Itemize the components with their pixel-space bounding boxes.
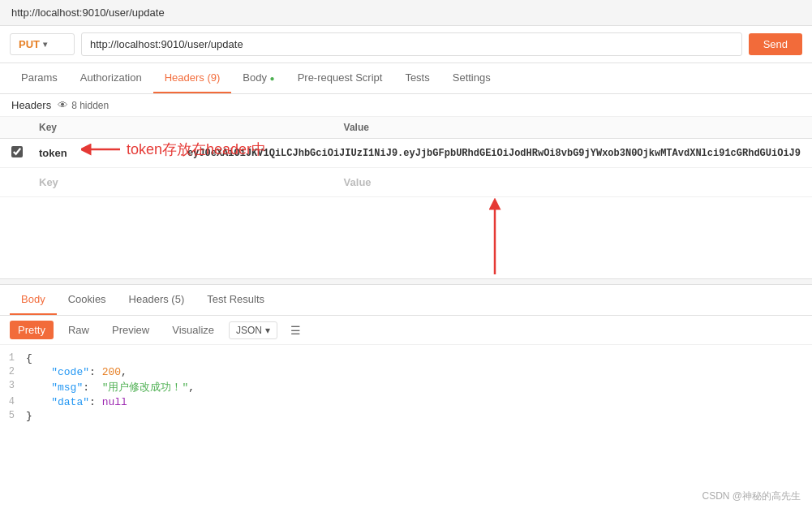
section-divider bbox=[0, 278, 812, 285]
value-col-header: Value bbox=[344, 122, 801, 133]
format-pretty-button[interactable]: Pretty bbox=[10, 321, 54, 339]
eye-icon: 👁 bbox=[58, 99, 68, 111]
token-value-cell: eyJ0eXAiOiJKV1QiLCJhbGciOiJIUzI1NiJ9.eyJ… bbox=[187, 147, 801, 159]
arrow-up-icon bbox=[470, 197, 519, 278]
line-num-5: 5 bbox=[0, 410, 26, 422]
token-checkbox-col bbox=[11, 146, 36, 160]
format-row: Pretty Raw Preview Visualize JSON ▾ ☰ bbox=[0, 316, 812, 345]
watermark: CSDN @神秘的高先生 bbox=[702, 489, 801, 503]
line-content-3: "msg": "用户修改成功！", bbox=[26, 380, 195, 394]
code-line-2: 2 "code": 200, bbox=[0, 365, 812, 379]
code-area: 1 { 2 "code": 200, 3 "msg": "用户修改成功！", 4… bbox=[0, 345, 812, 429]
wrap-icon[interactable]: ☰ bbox=[290, 324, 301, 337]
format-preview-button[interactable]: Preview bbox=[104, 321, 157, 339]
hidden-badge: 👁 8 hidden bbox=[58, 99, 109, 111]
tab-settings[interactable]: Settings bbox=[441, 63, 502, 93]
response-tab-test-results[interactable]: Test Results bbox=[195, 285, 276, 315]
headers-subrow: Headers 👁 8 hidden bbox=[0, 94, 812, 117]
line-content-1: { bbox=[26, 352, 32, 364]
response-tab-headers[interactable]: Headers (5) bbox=[118, 285, 196, 315]
empty-key-placeholder: Key bbox=[39, 176, 58, 188]
line-content-2: "code": 200, bbox=[26, 366, 127, 378]
line-num-3: 3 bbox=[0, 380, 26, 394]
request-row: PUT ▾ Send bbox=[0, 26, 812, 63]
key-col-header: Key bbox=[36, 122, 344, 133]
line-content-4: "data": null bbox=[26, 396, 127, 408]
response-tab-cookies[interactable]: Cookies bbox=[57, 285, 118, 315]
table-header: Key Value bbox=[0, 117, 812, 139]
empty-value-cell[interactable]: Value bbox=[344, 176, 801, 188]
token-checkbox[interactable] bbox=[11, 146, 23, 157]
tab-body[interactable]: Body ● bbox=[231, 63, 286, 93]
code-line-5: 5 } bbox=[0, 409, 812, 423]
response-tabs: Body Cookies Headers (5) Test Results bbox=[0, 285, 812, 316]
chevron-down-icon-format: ▾ bbox=[265, 325, 270, 336]
request-tabs: Params Authorization Headers (9) Body ● … bbox=[0, 63, 812, 94]
send-button[interactable]: Send bbox=[749, 33, 802, 55]
arrow-up-container bbox=[0, 197, 812, 278]
top-bar-url: http://localhost:9010/user/update bbox=[11, 6, 165, 19]
format-type-select[interactable]: JSON ▾ bbox=[229, 321, 277, 339]
code-line-4: 4 "data": null bbox=[0, 395, 812, 409]
line-num-1: 1 bbox=[0, 352, 26, 364]
code-line-1: 1 { bbox=[0, 351, 812, 365]
hidden-count: 8 hidden bbox=[71, 100, 109, 111]
line-content-5: } bbox=[26, 410, 32, 422]
format-raw-button[interactable]: Raw bbox=[60, 321, 97, 339]
code-line-3: 3 "msg": "用户修改成功！", bbox=[0, 379, 812, 395]
line-num-4: 4 bbox=[0, 396, 26, 408]
tab-authorization[interactable]: Authorization bbox=[69, 63, 153, 93]
tab-headers[interactable]: Headers (9) bbox=[153, 63, 232, 93]
top-bar: http://localhost:9010/user/update bbox=[0, 0, 812, 26]
headers-label: Headers bbox=[11, 99, 51, 111]
empty-value-placeholder: Value bbox=[344, 176, 372, 188]
table-row-token: token eyJ0eXAiOiJKV1QiLCJhbGciOiJIUzI1Ni… bbox=[0, 139, 812, 168]
tab-params[interactable]: Params bbox=[10, 63, 69, 93]
format-type-label: JSON bbox=[236, 325, 262, 336]
token-key-cell: token bbox=[36, 147, 187, 159]
chevron-down-icon: ▾ bbox=[43, 40, 47, 49]
table-row-empty: Key Value bbox=[0, 168, 812, 197]
tab-prerequest[interactable]: Pre-request Script bbox=[286, 63, 394, 93]
method-select[interactable]: PUT ▾ bbox=[10, 33, 75, 55]
format-visualize-button[interactable]: Visualize bbox=[164, 321, 222, 339]
method-label: PUT bbox=[19, 38, 40, 50]
response-tab-body[interactable]: Body bbox=[10, 285, 57, 315]
tab-tests[interactable]: Tests bbox=[393, 63, 440, 93]
empty-key-cell[interactable]: Key bbox=[36, 176, 344, 188]
token-value-label: eyJ0eXAiOiJKV1QiLCJhbGciOiJIUzI1NiJ9.eyJ… bbox=[187, 148, 801, 159]
line-num-2: 2 bbox=[0, 366, 26, 378]
url-input[interactable] bbox=[81, 32, 742, 56]
token-key-label: token bbox=[39, 147, 67, 159]
